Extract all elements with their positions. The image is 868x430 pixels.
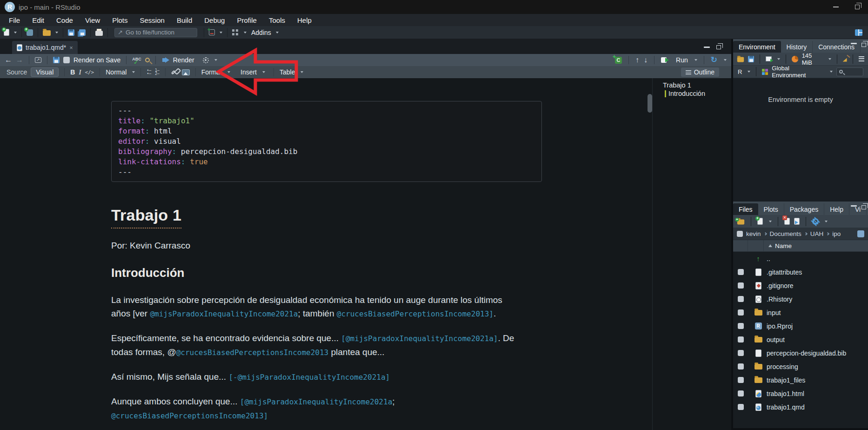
file-name[interactable]: ipo.Rproj xyxy=(767,322,793,330)
file-row[interactable]: .Rhistory xyxy=(733,292,868,306)
load-workspace-icon[interactable] xyxy=(737,57,744,62)
file-checkbox[interactable] xyxy=(738,390,744,396)
file-row[interactable]: trabajo1.html xyxy=(733,387,868,400)
file-checkbox[interactable] xyxy=(738,282,744,289)
citation[interactable]: @crucesBiasedPerceptionsIncome2013] xyxy=(337,309,494,318)
file-row[interactable]: ↑ .. xyxy=(733,252,868,265)
addins-caret[interactable] xyxy=(276,32,279,34)
menu-item[interactable]: Help xyxy=(291,14,318,26)
file-row[interactable]: processing xyxy=(733,360,868,373)
menu-item[interactable]: View xyxy=(79,14,106,26)
minimize-pane-icon[interactable] xyxy=(851,205,857,207)
file-name[interactable]: percepcion-desigualdad.bib xyxy=(767,349,846,357)
workspace-panes-icon[interactable] xyxy=(232,29,238,35)
save-workspace-icon[interactable] xyxy=(748,56,754,62)
file-checkbox[interactable] xyxy=(738,404,744,410)
rerun-caret[interactable] xyxy=(724,59,727,61)
file-name[interactable]: trabajo1.qmd xyxy=(767,403,805,411)
insert-menu-caret[interactable] xyxy=(262,71,265,73)
file-name[interactable]: input xyxy=(767,309,781,316)
minimize-window-button[interactable] xyxy=(825,0,847,14)
citation[interactable]: [@mijsParadoxInequalityIncome2021a xyxy=(240,397,393,406)
insert-chunk-icon[interactable]: C xyxy=(615,57,622,64)
file-row[interactable]: ipo.Rproj xyxy=(733,319,868,333)
open-file-dropdown-caret[interactable] xyxy=(55,32,58,34)
breadcrumb-item[interactable]: kevin xyxy=(746,230,761,237)
yaml-front-matter-block[interactable]: ---title: "trabajo1"format: htmleditor: … xyxy=(111,101,542,182)
document-editing-area[interactable]: ---title: "trabajo1"format: htmleditor: … xyxy=(0,78,647,430)
pane-tab[interactable]: Help xyxy=(824,203,849,215)
paragraph-style-dropdown[interactable]: Normal xyxy=(106,68,127,76)
code-icon[interactable]: </> xyxy=(85,69,94,75)
new-file-dropdown-caret[interactable] xyxy=(14,32,17,34)
more-file-commands-gear-icon[interactable] xyxy=(812,218,819,225)
save-document-icon[interactable] xyxy=(53,57,60,63)
spellcheck-icon[interactable]: ABC xyxy=(132,57,141,61)
file-name[interactable]: .. xyxy=(767,255,770,262)
file-checkbox[interactable] xyxy=(738,377,744,383)
maximize-pane-icon[interactable] xyxy=(861,205,866,209)
outline-item[interactable]: Trabajo 1 xyxy=(653,81,731,89)
rename-file-icon[interactable] xyxy=(794,218,800,225)
run-caret[interactable] xyxy=(694,59,697,61)
close-tab-icon[interactable]: × xyxy=(69,44,73,51)
citation[interactable]: [-@mijsParadoxInequalityIncome2021a] xyxy=(228,373,390,382)
image-icon[interactable] xyxy=(182,69,190,75)
render-on-save-checkbox[interactable] xyxy=(63,57,70,63)
version-control-dropdown-caret[interactable] xyxy=(220,32,222,34)
citation[interactable]: @crucesBiasedPerceptionsIncome2013 xyxy=(176,348,329,357)
more-file-commands-caret[interactable] xyxy=(825,221,828,222)
addins-menu[interactable]: Addins xyxy=(251,29,271,36)
open-file-icon[interactable] xyxy=(43,30,51,36)
pane-tab[interactable]: Packages xyxy=(784,203,824,215)
name-column-header[interactable]: Name xyxy=(775,242,792,249)
file-name[interactable]: processing xyxy=(767,363,798,370)
environment-search-box[interactable] xyxy=(836,67,863,76)
file-checkbox[interactable] xyxy=(738,350,744,356)
breadcrumb-item[interactable]: ipo xyxy=(832,230,841,237)
bullet-list-icon[interactable]: •─ •─ xyxy=(147,69,151,75)
menu-item[interactable]: Edit xyxy=(26,14,50,26)
environment-scope-dropdown[interactable]: Global Environment xyxy=(772,65,824,79)
file-name[interactable]: .Rhistory xyxy=(767,296,792,303)
file-checkbox[interactable] xyxy=(738,323,744,329)
memory-usage-caret[interactable] xyxy=(828,58,831,60)
memory-usage-icon[interactable] xyxy=(792,56,798,62)
editor-scrollbar-thumb[interactable] xyxy=(648,94,652,113)
insert-menu[interactable]: Insert xyxy=(240,68,257,76)
render-button[interactable]: Render xyxy=(173,56,194,64)
file-checkbox[interactable] xyxy=(738,309,744,316)
citation[interactable]: @mijsParadoxInequalityIncome2021a xyxy=(150,309,298,318)
menu-item[interactable]: Build xyxy=(171,14,198,26)
citation[interactable]: [@mijsParadoxInequalityIncome2021a] xyxy=(341,334,498,343)
link-icon[interactable] xyxy=(171,70,175,74)
format-menu[interactable]: Format xyxy=(201,68,222,76)
numbered-list-icon[interactable]: 1─ 2─ xyxy=(155,69,160,75)
file-row[interactable]: .gitattributes xyxy=(733,265,868,279)
format-menu-caret[interactable] xyxy=(227,71,230,73)
workspace-panes-caret[interactable] xyxy=(244,32,247,34)
version-control-icon[interactable] xyxy=(209,29,215,35)
file-row[interactable]: output xyxy=(733,333,868,346)
import-dataset-caret[interactable] xyxy=(777,58,780,60)
render-icon[interactable] xyxy=(165,57,169,63)
file-row[interactable]: .gitignore xyxy=(733,279,868,292)
file-name[interactable]: .gitattributes xyxy=(767,269,802,276)
sort-ascending-icon[interactable] xyxy=(768,244,772,247)
save-all-icon[interactable] xyxy=(79,29,86,36)
source-mode-button[interactable]: Source xyxy=(7,68,27,76)
menu-item[interactable]: Code xyxy=(50,14,79,26)
minimize-pane-icon[interactable] xyxy=(704,47,710,48)
open-in-new-window-icon[interactable]: ↗ xyxy=(35,57,41,63)
find-replace-icon[interactable] xyxy=(145,58,150,62)
render-options-caret[interactable] xyxy=(214,59,217,61)
restore-window-button[interactable] xyxy=(847,0,868,14)
back-icon[interactable]: ← xyxy=(5,56,12,64)
file-name[interactable]: trabajo1.html xyxy=(767,390,804,397)
pane-tab[interactable]: History xyxy=(781,41,813,53)
language-selector-caret[interactable] xyxy=(748,71,750,73)
editor-tab-trabajo1[interactable]: trabajo1.qmd* × xyxy=(12,41,78,54)
bold-icon[interactable]: B xyxy=(70,68,75,76)
file-name[interactable]: output xyxy=(767,336,785,343)
maximize-pane-icon[interactable] xyxy=(716,45,721,49)
